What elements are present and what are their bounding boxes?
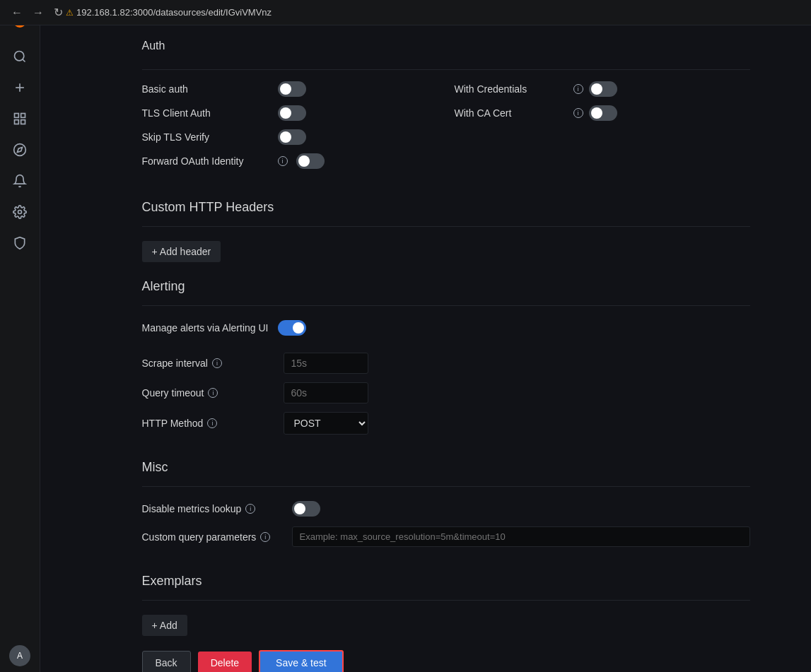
query-timeout-label: Query timeout i bbox=[142, 387, 284, 399]
auth-section-title: Auth bbox=[142, 25, 750, 64]
with-credentials-toggle[interactable] bbox=[589, 81, 617, 97]
browser-url: 192.168.1.82:3000/datasources/edit/IGviV… bbox=[76, 7, 272, 18]
scrape-interval-control bbox=[284, 353, 368, 374]
back-button[interactable]: ← bbox=[8, 5, 25, 20]
svg-point-10 bbox=[14, 144, 26, 156]
query-timeout-control bbox=[284, 382, 368, 403]
save-test-button[interactable]: Save & test bbox=[259, 650, 344, 672]
tls-client-auth-toggle[interactable] bbox=[278, 105, 306, 121]
custom-query-input[interactable] bbox=[292, 526, 750, 547]
with-ca-cert-thumb bbox=[591, 107, 602, 119]
manage-alerts-thumb bbox=[293, 322, 304, 334]
disable-metrics-toggle[interactable] bbox=[292, 501, 320, 517]
manage-alerts-toggle[interactable] bbox=[278, 320, 306, 336]
forward-oauth-row: Forward OAuth Identity i bbox=[142, 153, 438, 169]
basic-auth-row: Basic auth bbox=[142, 81, 438, 97]
with-credentials-track bbox=[589, 81, 617, 97]
forward-button[interactable]: → bbox=[30, 5, 47, 20]
delete-button[interactable]: Delete bbox=[198, 652, 252, 672]
scrape-interval-info-icon[interactable]: i bbox=[212, 358, 222, 368]
sidebar-item-alerting[interactable] bbox=[6, 167, 34, 195]
manage-alerts-track bbox=[278, 320, 306, 336]
main-content: Auth Basic auth TLS Client Auth bbox=[81, 25, 811, 672]
tls-client-auth-track bbox=[278, 105, 306, 121]
scrape-interval-row: Scrape interval i bbox=[142, 353, 750, 374]
sidebar-item-explore[interactable] bbox=[6, 136, 34, 164]
disable-metrics-track bbox=[292, 501, 320, 517]
disable-metrics-thumb bbox=[294, 503, 305, 514]
sidebar-item-add[interactable] bbox=[6, 73, 34, 102]
basic-auth-thumb bbox=[280, 83, 291, 95]
custom-query-label: Custom query parameters i bbox=[142, 531, 284, 543]
forward-oauth-track bbox=[296, 153, 325, 169]
scrape-interval-label: Scrape interval i bbox=[142, 358, 284, 369]
svg-rect-7 bbox=[21, 114, 25, 118]
http-method-control: GET POST bbox=[284, 412, 368, 435]
forward-oauth-info-icon[interactable]: i bbox=[278, 156, 288, 166]
svg-rect-8 bbox=[15, 120, 19, 124]
sidebar-item-settings[interactable] bbox=[6, 198, 34, 226]
security-warning-icon: ⚠ bbox=[66, 8, 74, 18]
http-method-info-icon[interactable]: i bbox=[207, 418, 217, 428]
scrape-interval-input[interactable] bbox=[284, 353, 368, 374]
custom-query-row: Custom query parameters i bbox=[142, 526, 750, 547]
skip-tls-toggle[interactable] bbox=[278, 129, 306, 145]
skip-tls-row: Skip TLS Verify bbox=[142, 129, 438, 145]
with-credentials-thumb bbox=[591, 83, 602, 95]
svg-rect-9 bbox=[21, 120, 25, 124]
auth-left-col: Basic auth TLS Client Auth bbox=[142, 81, 438, 177]
user-avatar[interactable]: A bbox=[9, 645, 30, 666]
http-method-select[interactable]: GET POST bbox=[284, 412, 368, 435]
query-timeout-row: Query timeout i bbox=[142, 382, 750, 403]
custom-query-info-icon[interactable]: i bbox=[260, 532, 270, 542]
query-settings: Scrape interval i Query timeout i bbox=[142, 353, 750, 435]
disable-metrics-label: Disable metrics lookup i bbox=[142, 503, 284, 514]
sidebar-item-search[interactable] bbox=[6, 42, 34, 71]
http-method-row: HTTP Method i GET POST bbox=[142, 412, 750, 435]
with-ca-cert-track bbox=[589, 105, 617, 121]
svg-rect-6 bbox=[15, 114, 19, 118]
back-button[interactable]: Back bbox=[142, 651, 191, 672]
basic-auth-toggle[interactable] bbox=[278, 81, 306, 97]
with-credentials-info-icon[interactable]: i bbox=[573, 84, 583, 94]
skip-tls-thumb bbox=[280, 131, 291, 143]
with-ca-cert-toggle[interactable] bbox=[589, 105, 617, 121]
svg-point-2 bbox=[15, 52, 24, 61]
basic-auth-label: Basic auth bbox=[142, 83, 269, 95]
auth-grid: Basic auth TLS Client Auth bbox=[142, 81, 750, 177]
query-timeout-input[interactable] bbox=[284, 382, 368, 403]
manage-alerts-label: Manage alerts via Alerting UI bbox=[142, 322, 269, 334]
forward-oauth-label: Forward OAuth Identity bbox=[142, 155, 269, 167]
forward-oauth-toggle[interactable] bbox=[296, 153, 325, 169]
basic-auth-track bbox=[278, 81, 306, 97]
manage-alerts-row: Manage alerts via Alerting UI bbox=[142, 320, 750, 336]
tls-client-auth-thumb bbox=[280, 107, 291, 119]
disable-metrics-info-icon[interactable]: i bbox=[245, 504, 255, 514]
refresh-button[interactable]: ↻ bbox=[51, 4, 66, 20]
query-timeout-info-icon[interactable]: i bbox=[208, 388, 218, 398]
tls-client-auth-label: TLS Client Auth bbox=[142, 107, 269, 119]
sidebar-item-shield[interactable] bbox=[6, 229, 34, 257]
svg-line-3 bbox=[23, 59, 25, 62]
skip-tls-track bbox=[278, 129, 306, 145]
disable-metrics-row: Disable metrics lookup i bbox=[142, 501, 750, 517]
with-ca-cert-info-icon[interactable]: i bbox=[573, 108, 583, 118]
sidebar: G bbox=[0, 0, 40, 672]
custom-http-headers-title: Custom HTTP Headers bbox=[142, 183, 750, 227]
browser-nav[interactable]: ← → ↻ bbox=[8, 4, 66, 20]
add-header-button[interactable]: + Add header bbox=[142, 241, 221, 262]
action-bar: Back Delete Save & test bbox=[142, 636, 750, 672]
tls-client-auth-row: TLS Client Auth bbox=[142, 105, 438, 121]
svg-point-12 bbox=[18, 211, 22, 214]
svg-marker-11 bbox=[17, 147, 22, 152]
auth-right-col: With Credentials i With CA Cert i bbox=[455, 81, 750, 177]
skip-tls-label: Skip TLS Verify bbox=[142, 131, 269, 143]
forward-oauth-thumb bbox=[298, 155, 310, 167]
with-ca-cert-label: With CA Cert bbox=[455, 107, 568, 119]
with-credentials-row: With Credentials i bbox=[455, 81, 750, 97]
alerting-section-title: Alerting bbox=[142, 262, 750, 306]
misc-section-title: Misc bbox=[142, 443, 750, 487]
sidebar-item-dashboards[interactable] bbox=[6, 105, 34, 133]
add-exemplar-button[interactable]: + Add bbox=[142, 615, 187, 636]
with-credentials-label: With Credentials bbox=[455, 83, 568, 95]
